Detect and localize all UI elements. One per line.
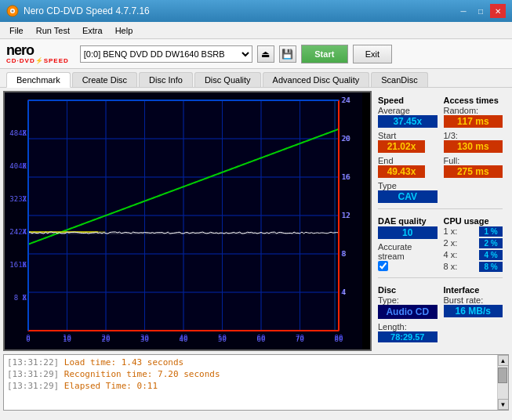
start-col: Start 21.02x xyxy=(378,131,425,153)
cpu-1x-value: 1 % xyxy=(479,226,503,237)
access-col: Access times Random: 117 ms 1/3: 130 ms … xyxy=(444,94,503,203)
log-area: [13:31:22] Load time: 1.43 seconds [13:3… xyxy=(3,354,509,411)
app-icon xyxy=(6,5,19,17)
cpu-4x-value: 4 % xyxy=(479,250,503,260)
type-value: CAV xyxy=(378,190,438,203)
menu-run-test[interactable]: Run Test xyxy=(30,24,76,37)
log-entry-0: [13:31:22] Load time: 1.43 seconds xyxy=(7,357,494,368)
tab-advanced-disc-quality[interactable]: Advanced Disc Quality xyxy=(263,72,370,87)
access-title: Access times xyxy=(444,96,503,105)
speed-col: Speed Average 37.45x Start 21.02x End xyxy=(378,94,438,203)
full-value: 275 ms xyxy=(444,165,503,178)
start-button[interactable]: Start xyxy=(301,45,348,63)
divider-2 xyxy=(378,277,503,278)
disc-length-label: Length: xyxy=(378,322,438,331)
tab-disc-info[interactable]: Disc Info xyxy=(139,72,193,87)
log-text-1: Recognition time: 7.20 seconds xyxy=(64,369,220,379)
burst-label: Burst rate: xyxy=(444,295,503,305)
disc-col: Disc Type: Audio CD Length: 78:29.57 xyxy=(378,284,438,342)
cpu-8x-label: 8 x: xyxy=(444,262,458,272)
title-controls: ─ □ ✕ xyxy=(456,4,506,18)
disc-type-value: Audio CD xyxy=(378,305,438,319)
log-entry-2: [13:31:29] Elapsed Time: 0:11 xyxy=(7,380,494,392)
title-bar-left: Nero CD-DVD Speed 4.7.7.16 xyxy=(6,5,150,17)
chart-wrapper xyxy=(3,91,372,351)
scroll-down-arrow[interactable]: ▼ xyxy=(498,399,509,410)
end-col: End 49.43x xyxy=(378,156,425,178)
nero-logo: nero CD·DVD⚡SPEED xyxy=(6,43,69,64)
disc-type-label: Type: xyxy=(378,295,438,305)
log-time-2: [13:31:29] xyxy=(7,381,59,391)
log-time-0: [13:31:22] xyxy=(7,357,59,368)
one-third-label: 1/3: xyxy=(444,131,503,140)
disc-length-value: 78:29.57 xyxy=(378,331,438,342)
nero-logo-sub: CD·DVD⚡SPEED xyxy=(6,57,69,64)
cpu-2x-label: 2 x: xyxy=(444,238,458,248)
window-title: Nero CD-DVD Speed 4.7.7.16 xyxy=(24,5,150,16)
log-entry-1: [13:31:29] Recognition time: 7.20 second… xyxy=(7,368,494,380)
tab-benchmark[interactable]: Benchmark xyxy=(6,72,71,88)
accurate-checkbox-row xyxy=(378,261,438,271)
average-value: 37.45x xyxy=(378,115,438,128)
scroll-thumb[interactable] xyxy=(498,368,507,383)
tab-disc-quality[interactable]: Disc Quality xyxy=(194,72,261,87)
cpu-2x-value: 2 % xyxy=(479,238,503,248)
exit-button[interactable]: Exit xyxy=(353,45,392,63)
interface-title: Interface xyxy=(444,285,503,295)
start-label: Start xyxy=(378,131,425,140)
menu-file[interactable]: File xyxy=(3,24,30,37)
speed-access-header: Speed Average 37.45x Start 21.02x End xyxy=(378,94,503,203)
cpu-8x-value: 8 % xyxy=(479,262,503,272)
dae-value: 10 xyxy=(378,226,438,239)
svg-point-2 xyxy=(12,10,14,13)
random-value: 117 ms xyxy=(444,115,503,128)
minimize-button[interactable]: ─ xyxy=(456,4,471,18)
save-icon[interactable]: 💾 xyxy=(279,45,296,63)
log-scrollbar[interactable]: ▲ ▼ xyxy=(497,355,508,410)
divider-1 xyxy=(378,208,503,209)
tab-scandisc[interactable]: ScanDisc xyxy=(371,72,427,87)
benchmark-chart xyxy=(5,92,362,351)
drive-select[interactable]: [0:0] BENQ DVD DD DW1640 BSRB xyxy=(80,45,252,63)
end-value: 49.43x xyxy=(378,165,425,178)
dae-title: DAE quality xyxy=(378,216,438,226)
speed-section: Speed Average 37.45x Start 21.02x End xyxy=(378,94,503,203)
full-label: Full: xyxy=(444,156,503,165)
interface-col: Interface Burst rate: 16 MB/s xyxy=(444,284,503,342)
main-content: Speed Average 37.45x Start 21.02x End xyxy=(0,88,512,354)
tab-bar: Benchmark Create Disc Disc Info Disc Qua… xyxy=(0,69,512,88)
average-label: Average xyxy=(378,106,438,115)
disc-title: Disc xyxy=(378,285,438,295)
cpu-title: CPU usage xyxy=(444,216,503,226)
disc-interface-row: Disc Type: Audio CD Length: 78:29.57 Int… xyxy=(378,284,503,342)
scroll-up-arrow[interactable]: ▲ xyxy=(498,355,509,366)
tab-create-disc[interactable]: Create Disc xyxy=(72,72,137,87)
log-text-2: Elapsed Time: 0:11 xyxy=(64,381,158,391)
scroll-track xyxy=(498,366,508,399)
title-bar: Nero CD-DVD Speed 4.7.7.16 ─ □ ✕ xyxy=(0,0,512,22)
type-label: Type xyxy=(378,181,438,190)
burst-value: 16 MB/s xyxy=(444,305,503,317)
dae-col: DAE quality 10 Accurate stream xyxy=(378,215,438,272)
cpu-4x-label: 4 x: xyxy=(444,250,458,260)
accurate-checkbox[interactable] xyxy=(378,261,388,271)
random-label: Random: xyxy=(444,106,503,115)
menu-extra[interactable]: Extra xyxy=(76,24,109,37)
start-value: 21.02x xyxy=(378,140,425,153)
end-label: End xyxy=(378,156,425,165)
menu-help[interactable]: Help xyxy=(109,24,140,37)
speed-title: Speed xyxy=(378,96,438,105)
eject-icon[interactable]: ⏏ xyxy=(257,45,274,63)
log-time-1: [13:31:29] xyxy=(7,369,59,379)
log-content: [13:31:22] Load time: 1.43 seconds [13:3… xyxy=(4,355,497,410)
menu-bar: File Run Test Extra Help xyxy=(0,22,512,39)
dae-cpu-row: DAE quality 10 Accurate stream CPU usage… xyxy=(378,215,503,272)
one-third-value: 130 ms xyxy=(444,140,503,153)
toolbar: nero CD·DVD⚡SPEED [0:0] BENQ DVD DD DW16… xyxy=(0,39,512,69)
close-button[interactable]: ✕ xyxy=(490,4,506,18)
maximize-button[interactable]: □ xyxy=(473,4,488,18)
accurate-label: Accurate stream xyxy=(378,242,438,261)
log-text-0: Load time: 1.43 seconds xyxy=(64,357,183,368)
nero-logo-text: nero xyxy=(6,43,69,57)
right-panel: Speed Average 37.45x Start 21.02x End xyxy=(372,91,509,351)
